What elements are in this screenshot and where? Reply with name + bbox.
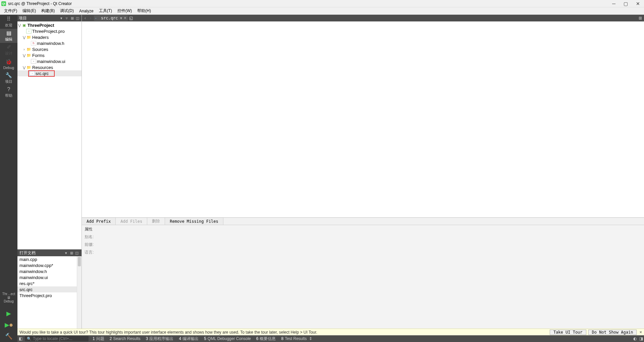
monitor-icon: 🖥 bbox=[7, 296, 10, 299]
do-not-show-again-button[interactable]: Do Not Show Again bbox=[588, 330, 637, 335]
tree-ui-file[interactable]: ▫ mainwindow.ui bbox=[17, 58, 82, 64]
tree-sources-label: Sources bbox=[32, 47, 48, 52]
property-prefix-label: 前缀: bbox=[85, 242, 641, 248]
build-target-selector[interactable]: Thr…ect 🖥 Debug bbox=[0, 287, 17, 308]
project-tree[interactable]: ⋁ ▣ ThreeProject ▫ ThreeProject.pro ⋁ 📁 … bbox=[17, 21, 82, 249]
close-button[interactable]: ✕ bbox=[636, 1, 640, 6]
tree-resources-folder[interactable]: ⋁ 📁 Resources bbox=[17, 64, 82, 70]
editor-tab[interactable]: ▫ src.qrc ▾ × bbox=[94, 15, 128, 21]
ui-tour-text: Would you like to take a quick UI tour? … bbox=[19, 330, 548, 335]
menubar: 文件(F) 编辑(E) 构建(B) 调试(D) Analyze 工具(T) 控件… bbox=[0, 7, 644, 15]
mode-design[interactable]: ✐ 设计 bbox=[0, 43, 17, 57]
project-dropdown-icon[interactable]: ▾ bbox=[59, 16, 64, 20]
tree-forms-folder[interactable]: ⋁ 📁 Forms bbox=[17, 52, 82, 58]
tree-project-root[interactable]: ⋁ ▣ ThreeProject bbox=[17, 22, 82, 28]
tree-pro-label: ThreeProject.pro bbox=[32, 29, 65, 34]
output-pane-general[interactable]: 6概要信息 bbox=[254, 336, 279, 342]
pro-file-icon: ▫ bbox=[26, 29, 32, 33]
menu-edit[interactable]: 编辑(E) bbox=[20, 7, 39, 14]
opendocs-close-icon[interactable]: ◫ bbox=[74, 251, 79, 255]
nav-forward-button[interactable]: › bbox=[88, 16, 93, 20]
sidebar-toggle-icon[interactable]: ◧ bbox=[17, 336, 23, 341]
take-ui-tour-button[interactable]: Take UI Tour bbox=[550, 330, 586, 335]
project-panel-title: 项目 bbox=[19, 15, 27, 21]
tree-pro-file[interactable]: ▫ ThreeProject.pro bbox=[17, 28, 82, 34]
opendoc-item[interactable]: main.cpp bbox=[17, 256, 77, 262]
output-pane-qmldbg[interactable]: 5QML Debugger Console bbox=[201, 336, 254, 341]
tree-headers-folder[interactable]: ⋁ 📁 Headers bbox=[17, 34, 82, 40]
output-pane-compile[interactable]: 4编译输出 bbox=[176, 336, 201, 342]
mode-design-label: 设计 bbox=[5, 51, 12, 56]
mode-help[interactable]: ? 帮助 bbox=[0, 85, 17, 99]
output-pane-search[interactable]: 2Search Results bbox=[107, 336, 143, 341]
menu-file[interactable]: 文件(F) bbox=[1, 7, 20, 14]
h-file-icon: h bbox=[31, 41, 36, 46]
output-pane-testresults[interactable]: 8Test Results ⇕ bbox=[278, 336, 315, 341]
opendoc-item[interactable]: mainwindow.h bbox=[17, 268, 77, 274]
resource-properties-panel: 属性 别名: 前缀: 语言: bbox=[82, 225, 644, 329]
mode-edit[interactable]: ▤ 编辑 bbox=[0, 29, 17, 43]
new-window-icon[interactable]: ◱ bbox=[129, 16, 133, 20]
add-files-button: Add Files bbox=[116, 218, 147, 225]
opendoc-item[interactable]: mainwindow.ui bbox=[17, 274, 77, 280]
locator-input[interactable]: 🔍 Type to locate (Ctrl+... bbox=[25, 336, 89, 341]
opendoc-item[interactable]: ThreeProject.pro bbox=[17, 292, 77, 298]
project-sync-icon[interactable]: ⊞ bbox=[69, 16, 75, 20]
build-button[interactable]: 🔨 bbox=[0, 331, 17, 342]
opendocs-dropdown-icon[interactable]: ▾ bbox=[63, 251, 69, 255]
editor-pane: ‹ › ▫ src.qrc ▾ × ◱ ⊞ Add Prefix Add Fil… bbox=[82, 15, 644, 329]
resource-editor-area[interactable] bbox=[82, 21, 644, 217]
project-split-icon[interactable]: ◫ bbox=[75, 16, 80, 20]
mode-welcome[interactable]: ⠿ 欢迎 bbox=[0, 15, 17, 29]
ui-file-icon: ▫ bbox=[31, 59, 36, 64]
remove-missing-button[interactable]: Remove Missing Files bbox=[165, 218, 223, 225]
maximize-button[interactable]: ▢ bbox=[624, 1, 628, 6]
add-prefix-button[interactable]: Add Prefix bbox=[82, 218, 116, 225]
property-language-label: 语言: bbox=[85, 250, 641, 255]
opendocs-split-icon[interactable]: ⊞ bbox=[69, 251, 74, 255]
tab-dropdown-icon[interactable]: ▾ bbox=[120, 16, 122, 20]
tree-root-label: ThreeProject bbox=[28, 23, 54, 28]
mode-projects[interactable]: 🔧 项目 bbox=[0, 71, 17, 85]
opendoc-item[interactable]: res.qrc* bbox=[17, 280, 77, 286]
tree-headers-label: Headers bbox=[32, 35, 49, 40]
editor-split-icon[interactable]: ⊞ bbox=[637, 16, 643, 20]
chevron-right-icon: › bbox=[22, 48, 26, 51]
close-icon[interactable]: × bbox=[124, 16, 126, 20]
menu-widgets[interactable]: 控件(W) bbox=[115, 7, 135, 14]
opendocs-scrollbar[interactable] bbox=[77, 256, 82, 329]
target-project-label: Thr…ect bbox=[2, 292, 15, 296]
resource-actions-bar: Add Prefix Add Files 删除 Remove Missing F… bbox=[82, 217, 644, 225]
nav-back-button[interactable]: ‹ bbox=[83, 16, 88, 20]
close-icon[interactable]: × bbox=[639, 330, 642, 335]
tree-header-file[interactable]: h mainwindow.h bbox=[17, 40, 82, 46]
project-filter-icon[interactable]: ▿ bbox=[64, 16, 69, 20]
menu-help[interactable]: 帮助(H) bbox=[135, 7, 154, 14]
run-button[interactable]: ▶ bbox=[0, 308, 17, 319]
mode-debug[interactable]: 🐞 Debug bbox=[0, 57, 17, 71]
menu-tools[interactable]: 工具(T) bbox=[96, 7, 115, 14]
menu-build[interactable]: 构建(B) bbox=[39, 7, 57, 14]
folder-icon: 📁 bbox=[26, 65, 32, 70]
open-documents-title: 打开文档 bbox=[19, 250, 63, 256]
rightbar-toggle-icon[interactable]: ◨ bbox=[638, 336, 644, 341]
opendoc-item[interactable]: src.qrc bbox=[17, 286, 77, 292]
mode-edit-label: 编辑 bbox=[5, 37, 12, 42]
status-bar: ◧ 🔍 Type to locate (Ctrl+... 1问题 2Search… bbox=[17, 335, 644, 342]
mode-help-label: 帮助 bbox=[5, 93, 12, 98]
tree-qrc-file[interactable]: ▫ src.qrc bbox=[17, 70, 82, 76]
output-pane-issues[interactable]: 1问题 bbox=[90, 336, 107, 342]
tree-sources-folder[interactable]: › 📁 Sources bbox=[17, 46, 82, 52]
search-icon: 🔍 bbox=[27, 337, 32, 341]
progress-toggle-icon[interactable]: ◐ bbox=[632, 336, 638, 341]
chevron-down-icon: ⋁ bbox=[22, 36, 26, 39]
minimize-button[interactable]: ─ bbox=[612, 1, 615, 6]
opendoc-item[interactable]: mainwindow.cpp* bbox=[17, 262, 77, 268]
qrc-file-icon: ▫ bbox=[30, 71, 35, 76]
menu-debug[interactable]: 调试(D) bbox=[57, 7, 76, 14]
output-pane-appoutput[interactable]: 3应用程序输出 bbox=[143, 336, 176, 342]
titlebar: Qt src.qrc @ ThreeProject - Qt Creator ─… bbox=[0, 0, 644, 7]
qt-logo-icon: Qt bbox=[1, 1, 6, 6]
run-debug-button[interactable]: ▶⬤ bbox=[0, 319, 17, 331]
menu-analyze[interactable]: Analyze bbox=[76, 8, 96, 14]
